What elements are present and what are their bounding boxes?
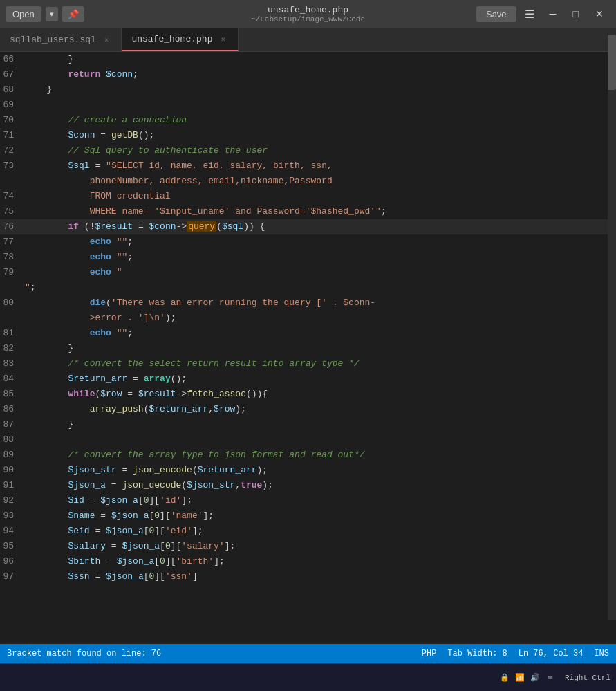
tab-unsafe-home-close[interactable]: ✕ [218,33,228,45]
line-content: WHERE name= '$input_uname' and Password=… [25,204,616,219]
line-content [25,98,616,113]
line-number: 87 [0,417,25,432]
line-number: 86 [0,402,25,417]
code-line-96: 96 $birth = $json_a[0]['birth']; [0,554,616,569]
line-content: $birth = $json_a[0]['birth']; [25,554,616,569]
line-content: $conn = getDB(); [25,128,616,143]
tab-sqllab-label: sqllab_users.sql [10,35,96,45]
line-number: 96 [0,554,25,569]
line-content: // create a connection [25,113,616,128]
line-number: 82 [0,341,25,356]
menu-button[interactable]: ☰ [519,5,540,24]
code-line-80: 80 die('There was an error running the q… [0,295,616,311]
line-number: 72 [0,143,25,158]
line-content: $sql = "SELECT id, name, eid, salary, bi… [25,158,616,174]
status-message: Bracket match found on line: 76 [7,649,408,658]
code-line-cont: phoneNumber, address, email,nickname,Pas… [0,174,616,189]
code-line-82: 82 } [0,341,616,356]
line-number: 67 [0,67,25,82]
line-content: $id = $json_a[0]['id']; [25,493,616,508]
line-number: 85 [0,387,25,402]
line-number: 92 [0,493,25,508]
line-content: $return_arr = array(); [25,371,616,387]
code-line-89: 89 /* convert the array type to json for… [0,448,616,463]
line-col-indicator[interactable]: Ln 76, Col 34 [519,649,584,658]
line-number: 80 [0,295,25,311]
minimize-button[interactable]: ─ [543,6,563,22]
tray-icon-1[interactable]: 🔒 [498,672,511,684]
scrollbar-track[interactable] [608,28,616,620]
tab-unsafe-home-label: unsafe_home.php [131,34,212,44]
code-line-73: 73 $sql = "SELECT id, name, eid, salary,… [0,158,616,174]
line-number: 94 [0,524,25,539]
right-ctrl-label: Right Ctrl [565,674,610,682]
save-button[interactable]: Save [476,6,516,22]
line-content: /* convert the select return result into… [25,356,616,371]
line-number: 88 [0,432,25,448]
line-content [25,432,616,448]
code-line-87: 87 } [0,417,616,432]
line-number: 91 [0,478,25,493]
line-number: 95 [0,539,25,554]
code-line-85: 85 while($row = $result->fetch_assoc()){ [0,387,616,402]
window-controls: Save ☰ ─ □ ✕ [476,5,610,24]
line-content: return $conn; [25,67,616,82]
line-content: phoneNumber, address, email,nickname,Pas… [25,174,616,189]
open-button[interactable]: Open [6,6,41,22]
line-number: 66 [0,52,25,67]
tab-sqllab[interactable]: sqllab_users.sql ✕ [0,28,122,51]
code-line-67: 67 return $conn; [0,67,616,82]
line-content: $eid = $json_a[0]['eid']; [25,524,616,539]
tab-bar: sqllab_users.sql ✕ unsafe_home.php ✕ [0,28,616,52]
tab-unsafe-home[interactable]: unsafe_home.php ✕ [122,28,239,51]
line-number [0,174,25,189]
line-content: while($row = $result->fetch_assoc()){ [25,387,616,402]
maximize-button[interactable]: □ [566,6,586,22]
line-number: 68 [0,82,25,98]
tab-sqllab-close[interactable]: ✕ [102,34,112,46]
scrollbar-thumb[interactable] [608,35,616,90]
line-content: $ssn = $json_a[0]['ssn'] [25,569,616,584]
code-line-88: 88 [0,432,616,448]
line-number: 83 [0,356,25,371]
window-filepath: ~/Labsetup/image_www/Code [251,15,365,24]
line-number: 79 [0,265,25,295]
line-content: $name = $json_a[0]['name']; [25,508,616,524]
code-line-66: 66 } [0,52,616,67]
close-button[interactable]: ✕ [588,6,610,22]
line-content: echo ""; [25,326,616,341]
line-content: echo ""; [25,265,616,295]
tray-icon-3[interactable]: 🔊 [529,672,541,684]
code-line-91: 91 $json_a = json_decode($json_str,true)… [0,478,616,493]
code-editor[interactable]: 66 }67 return $conn;68 }6970 // create a… [0,52,616,644]
code-line-92: 92 $id = $json_a[0]['id']; [0,493,616,508]
line-content: /* convert the array type to json format… [25,448,616,463]
line-number: 71 [0,128,25,143]
line-number: 75 [0,204,25,219]
line-number: 97 [0,569,25,584]
code-line-84: 84 $return_arr = array(); [0,371,616,387]
line-number: 69 [0,98,25,113]
code-line-77: 77 echo ""; [0,234,616,250]
status-bar: Bracket match found on line: 76 PHP Tab … [0,644,616,663]
code-line-86: 86 array_push($return_arr,$row); [0,402,616,417]
line-content: $json_str = json_encode($return_arr); [25,463,616,478]
line-content: >error . ']\n'); [25,311,616,326]
taskbar: 🔒 📶 🔊 ⌨ Right Ctrl [0,663,616,691]
tab-width-indicator[interactable]: Tab Width: 8 [447,649,507,658]
tray-icon-4[interactable]: ⌨ [544,672,557,684]
line-content: } [25,341,616,356]
line-number: 74 [0,189,25,204]
code-line-95: 95 $salary = $json_a[0]['salary']; [0,539,616,554]
tray-icon-2[interactable]: 📶 [514,672,526,684]
code-line-93: 93 $name = $json_a[0]['name']; [0,508,616,524]
line-number: 84 [0,371,25,387]
language-indicator[interactable]: PHP [422,649,437,658]
line-content: $json_a = json_decode($json_str,true); [25,478,616,493]
taskbar-right: 🔒 📶 🔊 ⌨ Right Ctrl [498,672,610,684]
pin-button[interactable]: 📌 [62,6,84,22]
open-dropdown-button[interactable]: ▾ [46,7,58,21]
line-content: array_push($return_arr,$row); [25,402,616,417]
code-line-83: 83 /* convert the select return result i… [0,356,616,371]
line-number: 70 [0,113,25,128]
